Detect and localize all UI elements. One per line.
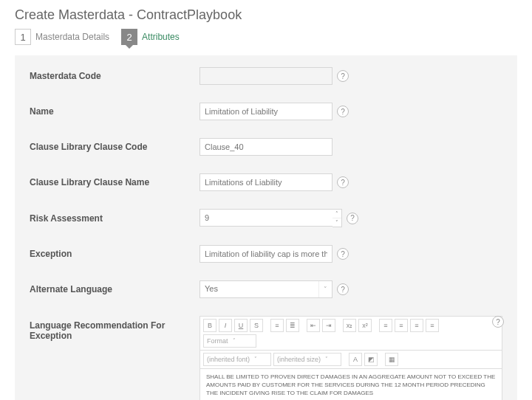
- separator-icon: [441, 319, 444, 332]
- format-select[interactable]: Format ˅: [203, 334, 256, 348]
- chevron-down-icon[interactable]: ˅: [318, 281, 332, 297]
- help-icon[interactable]: ?: [337, 248, 349, 260]
- name-input[interactable]: [200, 103, 332, 120]
- clause-code-label: Clause Library Clause Code: [30, 142, 200, 152]
- step-2-label[interactable]: Attributes: [142, 29, 180, 42]
- risk-input[interactable]: [200, 209, 332, 227]
- alt-lang-label: Alternate Language: [30, 284, 200, 294]
- page-title: Create Masterdata - ContractPlaybook: [15, 7, 517, 23]
- separator-icon: [265, 319, 268, 332]
- lang-rec-label: Language Recommendation For Exception: [30, 316, 200, 341]
- risk-label: Risk Assessment: [30, 213, 200, 224]
- help-icon[interactable]: ?: [337, 106, 349, 117]
- outdent-button[interactable]: ⇤: [307, 319, 320, 332]
- align-center-button[interactable]: ≡: [395, 319, 408, 332]
- step-1-label[interactable]: Masterdata Details: [35, 29, 109, 42]
- form-area: Masterdata Code ? Name ? Clause Library …: [15, 55, 517, 400]
- align-right-button[interactable]: ≡: [410, 319, 423, 332]
- strike-button[interactable]: S: [250, 319, 263, 332]
- font-family-select[interactable]: (inherited font) ˅: [203, 353, 271, 366]
- chevron-down-icon: ˅: [325, 356, 328, 362]
- list-unordered-button[interactable]: ≣: [286, 319, 299, 332]
- separator-icon: [380, 353, 383, 366]
- help-icon[interactable]: ?: [337, 176, 349, 188]
- help-icon[interactable]: ?: [337, 70, 349, 82]
- clause-name-input[interactable]: [200, 173, 332, 191]
- chevron-up-icon[interactable]: ˄: [332, 210, 341, 218]
- step-2-number[interactable]: 2: [121, 29, 137, 45]
- chevron-down-icon: ˅: [254, 356, 257, 362]
- superscript-button[interactable]: x²: [358, 319, 372, 332]
- font-color-button[interactable]: A: [349, 353, 362, 366]
- exception-input[interactable]: [200, 245, 332, 263]
- format-label: Format: [207, 337, 228, 345]
- bold-button[interactable]: B: [203, 319, 216, 332]
- font-size-label: (inherited size): [277, 356, 321, 363]
- help-icon[interactable]: ?: [337, 283, 349, 295]
- editor-toolbar-row2: (inherited font) ˅ (inherited size) ˅ A …: [200, 351, 502, 369]
- chevron-down-icon: ˅: [233, 338, 236, 344]
- name-label: Name: [30, 106, 200, 117]
- exception-label: Exception: [30, 249, 200, 259]
- list-ordered-button[interactable]: ≡: [270, 319, 284, 332]
- separator-icon: [338, 319, 341, 332]
- masterdata-code-input[interactable]: [200, 67, 332, 85]
- font-size-select[interactable]: (inherited size) ˅: [273, 353, 341, 366]
- help-icon[interactable]: ?: [492, 316, 504, 328]
- alt-lang-value: Yes: [200, 281, 318, 297]
- alt-lang-select[interactable]: Yes ˅: [200, 280, 332, 298]
- italic-button[interactable]: I: [219, 319, 232, 332]
- align-justify-button[interactable]: ≡: [426, 319, 439, 332]
- font-family-label: (inherited font): [207, 356, 250, 363]
- separator-icon: [301, 319, 304, 332]
- wizard-steps: 1 Masterdata Details 2 Attributes: [15, 29, 517, 45]
- chevron-down-icon[interactable]: ˅: [332, 218, 341, 227]
- editor-content[interactable]: SHALL BE LIMITED TO PROVEN DIRECT DAMAGE…: [200, 369, 502, 400]
- clause-name-label: Clause Library Clause Name: [30, 177, 200, 187]
- align-left-button[interactable]: ≡: [379, 319, 392, 332]
- separator-icon: [344, 353, 347, 366]
- rich-editor: ? B I U S ≡ ≣ ⇤ ⇥ x₂ x² ≡: [200, 316, 502, 400]
- editor-toolbar: B I U S ≡ ≣ ⇤ ⇥ x₂ x² ≡ ≡ ≡: [200, 316, 502, 351]
- table-button[interactable]: ▦: [385, 353, 398, 366]
- step-1-number[interactable]: 1: [15, 29, 31, 45]
- underline-button[interactable]: U: [234, 319, 248, 332]
- bg-color-button[interactable]: ◩: [364, 353, 378, 366]
- indent-button[interactable]: ⇥: [322, 319, 335, 332]
- masterdata-code-label: Masterdata Code: [30, 71, 200, 81]
- clause-code-input[interactable]: [200, 138, 332, 156]
- subscript-button[interactable]: x₂: [343, 319, 356, 332]
- separator-icon: [374, 319, 377, 332]
- help-icon[interactable]: ?: [347, 213, 358, 224]
- risk-stepper[interactable]: ˄ ˅: [200, 209, 342, 227]
